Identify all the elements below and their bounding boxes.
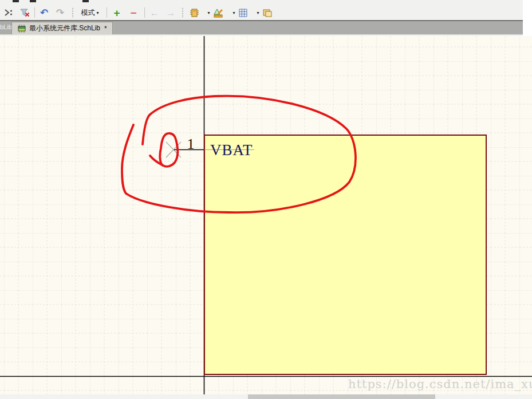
chevron-down-icon: ▾ bbox=[232, 10, 235, 15]
drawing-tools-button[interactable] bbox=[212, 6, 224, 19]
redo-button[interactable]: ↷ bbox=[54, 6, 66, 19]
grid-button[interactable] bbox=[237, 6, 249, 19]
undo-icon: ↶ bbox=[40, 8, 48, 18]
drawing-tools-icon bbox=[213, 7, 224, 18]
toolbar-drag-handle[interactable] bbox=[72, 8, 73, 17]
toolbar-area: ↶ ↷ 模式 ▾ + − ← → bbox=[0, 0, 523, 20]
remove-part-button[interactable]: − bbox=[127, 6, 140, 19]
jump-cursor-button[interactable] bbox=[2, 6, 15, 19]
document-copy-icon bbox=[262, 8, 273, 18]
chevron-down-icon: ▾ bbox=[96, 10, 98, 15]
chevron-down-icon: ▾ bbox=[207, 10, 210, 15]
pin-designator: 1 bbox=[187, 136, 195, 152]
clear-filter-icon bbox=[19, 7, 30, 18]
chevron-down-icon: ▾ bbox=[257, 10, 259, 15]
schematic-drawing: 1 VBAT bbox=[0, 36, 532, 394]
prev-part-icon: ← bbox=[150, 8, 160, 18]
remove-part-icon: − bbox=[130, 7, 136, 18]
prev-part-button[interactable]: ← bbox=[148, 6, 161, 19]
redo-icon: ↷ bbox=[56, 8, 64, 18]
tab-label: 最小系统元件库.SchLib bbox=[29, 23, 100, 33]
add-part-icon: + bbox=[113, 7, 120, 18]
jump-cursor-icon bbox=[3, 7, 14, 18]
schematic-canvas[interactable]: 1 VBAT bbox=[0, 36, 532, 394]
horizontal-scrollbar-thumb[interactable] bbox=[248, 394, 435, 399]
add-part-button[interactable]: + bbox=[111, 6, 123, 19]
document-tab-bar: bLib 最小系统元件库.SchLib * bbox=[0, 20, 523, 35]
component-body-rectangle[interactable] bbox=[204, 135, 486, 374]
tab-partial[interactable]: bLib bbox=[0, 23, 12, 30]
toolbar-separator bbox=[107, 7, 107, 18]
component-button[interactable] bbox=[188, 6, 200, 19]
mode-dropdown-button[interactable]: 模式 ▾ bbox=[77, 6, 103, 19]
mode-label: 模式 bbox=[81, 8, 94, 18]
document-copy-button[interactable] bbox=[261, 6, 274, 19]
tab-schlib-active[interactable]: 最小系统元件库.SchLib * bbox=[11, 22, 113, 34]
pin-name-label: VBAT bbox=[210, 141, 253, 159]
toolbar-separator bbox=[34, 7, 35, 18]
toolbar-separator bbox=[144, 7, 145, 18]
horizontal-scrollbar[interactable] bbox=[0, 394, 532, 399]
cropped-icon-remnant bbox=[82, 0, 89, 2]
watermark: https://blog.csdn.net/ima_xu bbox=[348, 377, 532, 391]
schlib-chip-icon bbox=[17, 25, 26, 33]
tab-modified-indicator: * bbox=[104, 25, 107, 33]
next-part-icon: → bbox=[166, 8, 176, 18]
cropped-icon-remnant bbox=[30, 0, 36, 2]
next-part-button[interactable]: → bbox=[164, 6, 177, 19]
component-icon bbox=[189, 7, 200, 18]
toolbar-drag-handle[interactable] bbox=[182, 8, 183, 17]
cropped-icon-remnant bbox=[13, 0, 19, 2]
main-toolbar: ↶ ↷ 模式 ▾ + − ← → bbox=[0, 6, 523, 20]
clear-filter-button[interactable] bbox=[18, 6, 31, 19]
undo-button[interactable]: ↶ bbox=[38, 6, 50, 19]
grid-icon bbox=[238, 8, 248, 18]
